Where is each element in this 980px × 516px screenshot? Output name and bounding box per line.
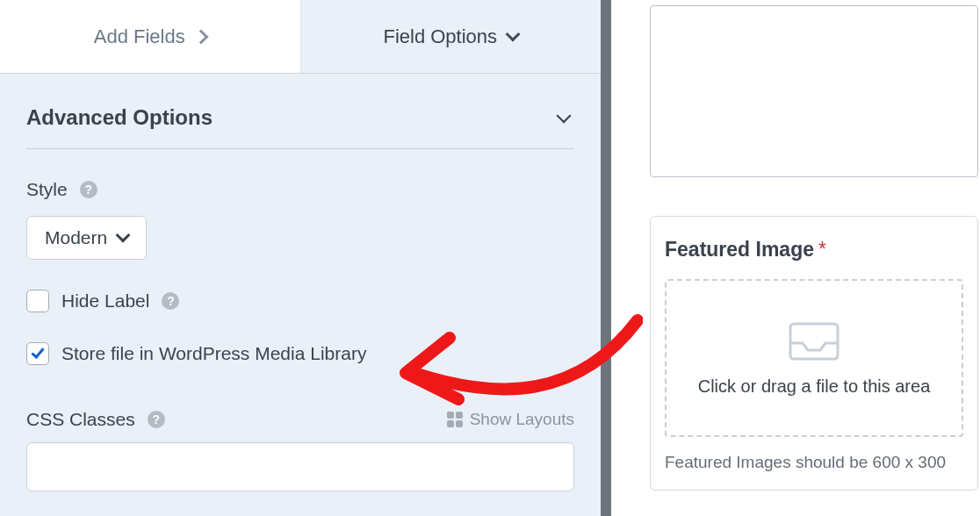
preview-empty-field[interactable] — [650, 5, 978, 177]
show-layouts-button[interactable]: Show Layouts — [447, 410, 574, 429]
chevron-down-icon — [116, 228, 131, 243]
required-asterisk: * — [818, 238, 826, 261]
tab-field-options-label: Field Options — [383, 25, 497, 48]
tab-add-fields-label: Add Fields — [94, 25, 185, 48]
featured-image-title: Featured Image — [665, 238, 814, 261]
help-icon[interactable]: ? — [162, 292, 179, 310]
hide-label-text: Hide Label — [61, 290, 149, 312]
upload-tray-icon — [789, 320, 839, 362]
css-classes-row: CSS Classes ? Show Layouts — [26, 409, 574, 430]
hide-label-checkbox[interactable] — [26, 290, 49, 312]
chevron-down-icon — [557, 108, 572, 123]
preview-panel: Featured Image* Click or drag a file to … — [611, 0, 980, 516]
advanced-options-title: Advanced Options — [26, 105, 213, 130]
help-icon[interactable]: ? — [80, 181, 97, 198]
store-media-checkbox[interactable] — [26, 342, 49, 365]
tab-add-fields[interactable]: Add Fields — [0, 0, 301, 73]
chevron-right-icon — [193, 29, 208, 44]
featured-image-hint: Featured Images should be 600 x 300 — [665, 453, 963, 472]
css-classes-label: CSS Classes — [26, 409, 135, 430]
dropzone-text: Click or drag a file to this area — [698, 376, 931, 397]
featured-image-title-row: Featured Image* — [665, 238, 963, 262]
style-selected-value: Modern — [45, 227, 107, 248]
check-icon — [31, 345, 44, 359]
featured-image-field: Featured Image* Click or drag a file to … — [650, 216, 978, 491]
chevron-down-icon — [506, 26, 521, 41]
advanced-options-toggle[interactable]: Advanced Options — [26, 86, 574, 149]
panel-divider[interactable] — [601, 0, 611, 516]
store-media-row: Store file in WordPress Media Library — [26, 342, 574, 365]
style-label: Style — [26, 179, 68, 200]
style-select[interactable]: Modern — [26, 216, 147, 260]
settings-panel: Add Fields Field Options Advanced Option… — [0, 0, 601, 516]
css-classes-input[interactable] — [26, 442, 574, 491]
tabs-bar: Add Fields Field Options — [0, 0, 601, 74]
show-layouts-label: Show Layouts — [470, 410, 574, 429]
advanced-options-section: Advanced Options Style ? Modern Hide Lab… — [0, 86, 601, 491]
help-icon[interactable]: ? — [148, 411, 165, 428]
hide-label-row: Hide Label ? — [26, 290, 574, 312]
style-label-row: Style ? — [26, 179, 574, 200]
grid-icon — [447, 412, 463, 427]
file-upload-dropzone[interactable]: Click or drag a file to this area — [665, 279, 963, 437]
tab-field-options[interactable]: Field Options — [301, 0, 602, 73]
store-media-text: Store file in WordPress Media Library — [61, 343, 366, 364]
